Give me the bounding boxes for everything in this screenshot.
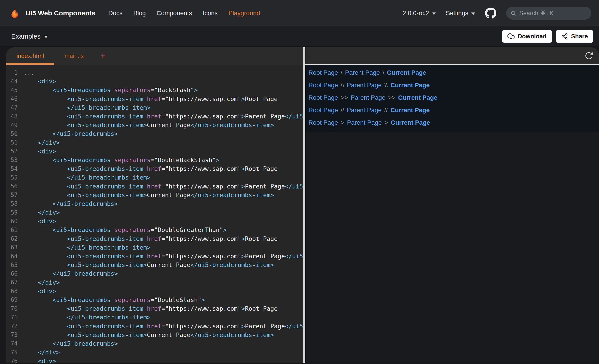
breadcrumb-separator: //: [341, 107, 344, 114]
code-line[interactable]: 75 </div>: [6, 348, 303, 357]
examples-dropdown[interactable]: Examples: [11, 33, 48, 40]
search-input[interactable]: [519, 10, 587, 17]
line-number: 58: [6, 200, 18, 207]
breadcrumb-link[interactable]: Parent Page: [347, 119, 382, 126]
line-number: 55: [6, 174, 18, 181]
code-line[interactable]: 57 <ui5-breadcrumbs-item>Current Page</u…: [6, 191, 303, 199]
code-line[interactable]: 72 <ui5-breadcrumbs-item href="https://w…: [6, 322, 303, 330]
line-number: 63: [6, 244, 18, 251]
code-line[interactable]: 48 <ui5-breadcrumbs-item href="https://w…: [6, 112, 303, 121]
line-number: 60: [6, 218, 18, 225]
version-dropdown[interactable]: 2.0.0-rc.2: [403, 9, 436, 17]
refresh-icon: [585, 51, 593, 60]
line-number: 44: [6, 78, 18, 85]
search-box[interactable]: [506, 7, 591, 20]
line-number: 1: [6, 69, 18, 76]
breadcrumb-current: Current Page: [391, 119, 430, 126]
code-line[interactable]: 50 </ui5-breadcrumbs>: [6, 129, 303, 138]
code-line[interactable]: 49 <ui5-breadcrumbs-item>Current Page</u…: [6, 121, 303, 129]
code-line[interactable]: 53 <ui5-breadcrumbs separators="DoubleBa…: [6, 156, 303, 164]
code-line[interactable]: 67 </div>: [6, 278, 303, 287]
line-content: <div>: [23, 357, 56, 363]
code-line[interactable]: 66 </ui5-breadcrumbs>: [6, 269, 303, 278]
code-line[interactable]: 55 </ui5-breadcrumbs-item>: [6, 173, 303, 182]
code-line[interactable]: 56 <ui5-breadcrumbs-item href="https://w…: [6, 182, 303, 190]
code-line[interactable]: 71 </ui5-breadcrumbs-item>: [6, 313, 303, 322]
tab-main.js[interactable]: main.js: [54, 47, 94, 65]
breadcrumb-separator: >: [341, 119, 344, 126]
line-number: 62: [6, 235, 18, 242]
breadcrumb-current: Current Page: [390, 82, 430, 89]
pane-splitter[interactable]: [303, 47, 305, 363]
github-icon: [485, 8, 496, 19]
line-number: 71: [6, 314, 18, 321]
line-number: 68: [6, 288, 18, 294]
breadcrumb-link[interactable]: Parent Page: [345, 69, 380, 76]
code-line[interactable]: 63 </ui5-breadcrumbs-item>: [6, 243, 303, 252]
code-line[interactable]: 65 <ui5-breadcrumbs-item>Current Page</u…: [6, 261, 303, 269]
code-line[interactable]: 1...: [6, 68, 303, 77]
code-line[interactable]: 62 <ui5-breadcrumbs-item href="https://w…: [6, 234, 303, 243]
nav-item-docs[interactable]: Docs: [108, 9, 123, 17]
settings-dropdown[interactable]: Settings: [446, 9, 475, 17]
breadcrumb-link[interactable]: Root Page: [308, 69, 338, 76]
line-content: </div>: [23, 279, 60, 286]
code-line[interactable]: 73 <ui5-breadcrumbs-item>Current Page</u…: [6, 330, 303, 339]
settings-label: Settings: [446, 9, 468, 17]
breadcrumb-link[interactable]: Root Page: [308, 107, 338, 114]
breadcrumb-link[interactable]: Root Page: [308, 82, 338, 89]
line-content: <ui5-breadcrumbs-item>Current Page</ui5-…: [23, 122, 274, 128]
breadcrumb-link[interactable]: Root Page: [308, 94, 338, 101]
nav-item-components[interactable]: Components: [157, 9, 192, 17]
code-line[interactable]: 58 </ui5-breadcrumbs>: [6, 199, 303, 208]
line-number: 46: [6, 95, 18, 102]
breadcrumb-separator: >: [384, 119, 388, 126]
code-line[interactable]: 60 <div>: [6, 217, 303, 226]
chevron-down-icon: [44, 36, 48, 38]
line-content: <ui5-breadcrumbs-item href="https://www.…: [23, 165, 278, 172]
github-link[interactable]: [485, 8, 496, 19]
code-line[interactable]: 51 </div>: [6, 138, 303, 147]
nav-item-icons[interactable]: Icons: [203, 9, 218, 17]
code-line[interactable]: 44 <div>: [6, 77, 303, 86]
chevron-down-icon: [471, 12, 475, 15]
line-number: 65: [6, 262, 18, 268]
code-line[interactable]: 74 </ui5-breadcrumbs>: [6, 339, 303, 348]
code-line[interactable]: 61 <ui5-breadcrumbs separators="DoubleGr…: [6, 226, 303, 234]
download-button[interactable]: Download: [502, 30, 552, 42]
line-content: <ui5-breadcrumbs-item href="https://www.…: [23, 95, 278, 102]
refresh-button[interactable]: [585, 51, 593, 60]
code-line[interactable]: 59 </div>: [6, 208, 303, 217]
code-line[interactable]: 52 <div>: [6, 147, 303, 156]
code-line[interactable]: 64 <ui5-breadcrumbs-item href="https://w…: [6, 252, 303, 261]
nav-item-playground[interactable]: Playground: [229, 9, 260, 17]
line-number: 53: [6, 157, 18, 163]
breadcrumb-link[interactable]: Parent Page: [347, 107, 382, 114]
line-number: 57: [6, 192, 18, 198]
code-line[interactable]: 68 <div>: [6, 287, 303, 296]
tab-index.html[interactable]: index.html: [6, 47, 54, 65]
brand[interactable]: UI5 Web Components: [9, 7, 95, 19]
nav-item-blog[interactable]: Blog: [133, 9, 146, 17]
code-line[interactable]: 70 <ui5-breadcrumbs-item href="https://w…: [6, 304, 303, 313]
line-number: 45: [6, 87, 18, 93]
download-label: Download: [518, 33, 546, 40]
code-line[interactable]: 45 <ui5-breadcrumbs separators="BackSlas…: [6, 86, 303, 94]
code-line[interactable]: 46 <ui5-breadcrumbs-item href="https://w…: [6, 94, 303, 103]
line-number: 67: [6, 279, 18, 286]
breadcrumb-link[interactable]: Parent Page: [351, 94, 386, 101]
line-number: 56: [6, 183, 18, 190]
code-line[interactable]: 47 </ui5-breadcrumbs-item>: [6, 103, 303, 112]
breadcrumb-link[interactable]: Root Page: [308, 119, 338, 126]
preview-content: Root Page\Parent Page\Current PageRoot P…: [305, 65, 599, 132]
editor-tabbar: index.htmlmain.js+: [6, 47, 303, 65]
code-editor[interactable]: 1...44 <div>45 <ui5-breadcrumbs separato…: [6, 65, 303, 363]
breadcrumb-separator: >>: [341, 94, 348, 101]
code-line[interactable]: 76 <div>: [6, 357, 303, 363]
share-button[interactable]: Share: [556, 30, 593, 42]
breadcrumb-link[interactable]: Parent Page: [347, 82, 382, 89]
breadcrumb-current: Current Page: [398, 94, 437, 101]
code-line[interactable]: 54 <ui5-breadcrumbs-item href="https://w…: [6, 164, 303, 173]
add-tab-button[interactable]: +: [94, 47, 112, 65]
code-line[interactable]: 69 <ui5-breadcrumbs separators="DoubleSl…: [6, 296, 303, 304]
